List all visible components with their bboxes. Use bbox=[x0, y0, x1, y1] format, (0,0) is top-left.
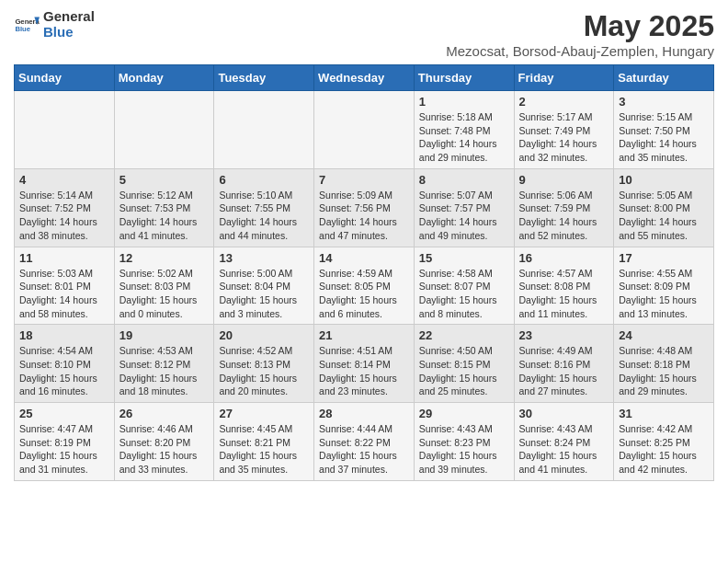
calendar-cell: 6Sunrise: 5:10 AMSunset: 7:55 PMDaylight… bbox=[214, 168, 314, 247]
calendar-subtitle: Mezocsat, Borsod-Abauj-Zemplen, Hungary bbox=[446, 43, 714, 59]
day-info: Sunrise: 4:53 AMSunset: 8:12 PMDaylight:… bbox=[119, 344, 210, 398]
day-number: 6 bbox=[219, 173, 309, 187]
day-info: Sunrise: 4:49 AMSunset: 8:16 PMDaylight:… bbox=[519, 344, 609, 398]
calendar-cell: 3Sunrise: 5:15 AMSunset: 7:50 PMDaylight… bbox=[614, 91, 714, 169]
day-number: 28 bbox=[319, 407, 409, 420]
calendar-cell: 16Sunrise: 4:57 AMSunset: 8:08 PMDayligh… bbox=[514, 247, 614, 325]
logo: General Blue General Blue bbox=[14, 9, 95, 40]
day-number: 20 bbox=[219, 328, 309, 342]
day-number: 10 bbox=[619, 173, 709, 187]
day-info: Sunrise: 4:57 AMSunset: 8:08 PMDaylight:… bbox=[519, 267, 609, 321]
day-info: Sunrise: 4:48 AMSunset: 8:18 PMDaylight:… bbox=[619, 344, 709, 398]
calendar-cell: 23Sunrise: 4:49 AMSunset: 8:16 PMDayligh… bbox=[514, 325, 614, 403]
weekday-header-tuesday: Tuesday bbox=[214, 65, 314, 91]
calendar-table: SundayMondayTuesdayWednesdayThursdayFrid… bbox=[14, 64, 714, 481]
calendar-cell: 15Sunrise: 4:58 AMSunset: 8:07 PMDayligh… bbox=[414, 247, 514, 325]
calendar-cell: 28Sunrise: 4:44 AMSunset: 8:22 PMDayligh… bbox=[314, 403, 415, 481]
calendar-week-row: 25Sunrise: 4:47 AMSunset: 8:19 PMDayligh… bbox=[15, 403, 714, 481]
weekday-header-thursday: Thursday bbox=[414, 65, 514, 91]
calendar-cell: 24Sunrise: 4:48 AMSunset: 8:18 PMDayligh… bbox=[614, 325, 714, 403]
day-number: 25 bbox=[19, 407, 109, 420]
calendar-cell: 9Sunrise: 5:06 AMSunset: 7:59 PMDaylight… bbox=[514, 168, 614, 247]
day-number: 21 bbox=[319, 328, 409, 342]
day-number: 1 bbox=[419, 95, 509, 109]
weekday-header-sunday: Sunday bbox=[15, 65, 115, 91]
day-number: 18 bbox=[19, 328, 109, 342]
day-info: Sunrise: 5:15 AMSunset: 7:50 PMDaylight:… bbox=[619, 110, 709, 165]
day-number: 29 bbox=[419, 407, 509, 420]
day-info: Sunrise: 4:52 AMSunset: 8:13 PMDaylight:… bbox=[219, 344, 309, 398]
logo-general-text: General bbox=[43, 9, 95, 25]
calendar-cell: 18Sunrise: 4:54 AMSunset: 8:10 PMDayligh… bbox=[15, 325, 115, 403]
calendar-cell: 8Sunrise: 5:07 AMSunset: 7:57 PMDaylight… bbox=[414, 168, 514, 247]
day-info: Sunrise: 4:55 AMSunset: 8:09 PMDaylight:… bbox=[619, 267, 709, 321]
day-info: Sunrise: 5:05 AMSunset: 8:00 PMDaylight:… bbox=[619, 189, 709, 243]
day-info: Sunrise: 4:43 AMSunset: 8:23 PMDaylight:… bbox=[419, 422, 509, 477]
day-info: Sunrise: 4:54 AMSunset: 8:10 PMDaylight:… bbox=[19, 344, 109, 398]
day-info: Sunrise: 4:46 AMSunset: 8:20 PMDaylight:… bbox=[119, 422, 210, 477]
day-info: Sunrise: 5:18 AMSunset: 7:48 PMDaylight:… bbox=[419, 110, 509, 165]
calendar-cell: 12Sunrise: 5:02 AMSunset: 8:03 PMDayligh… bbox=[114, 247, 214, 325]
day-number: 9 bbox=[519, 173, 609, 187]
weekday-header-saturday: Saturday bbox=[614, 65, 714, 91]
calendar-cell: 11Sunrise: 5:03 AMSunset: 8:01 PMDayligh… bbox=[15, 247, 115, 325]
logo-icon: General Blue bbox=[14, 12, 40, 38]
calendar-cell: 20Sunrise: 4:52 AMSunset: 8:13 PMDayligh… bbox=[214, 325, 314, 403]
logo-blue-text: Blue bbox=[43, 25, 95, 40]
calendar-cell: 10Sunrise: 5:05 AMSunset: 8:00 PMDayligh… bbox=[614, 168, 714, 247]
day-number: 15 bbox=[419, 251, 509, 265]
day-number: 19 bbox=[119, 328, 210, 342]
calendar-cell bbox=[15, 91, 115, 169]
day-info: Sunrise: 5:02 AMSunset: 8:03 PMDaylight:… bbox=[119, 267, 210, 321]
calendar-cell: 4Sunrise: 5:14 AMSunset: 7:52 PMDaylight… bbox=[15, 168, 115, 247]
calendar-cell bbox=[114, 91, 214, 169]
weekday-header-monday: Monday bbox=[114, 65, 214, 91]
day-number: 3 bbox=[619, 95, 709, 109]
day-info: Sunrise: 5:12 AMSunset: 7:53 PMDaylight:… bbox=[119, 189, 210, 243]
calendar-cell: 17Sunrise: 4:55 AMSunset: 8:09 PMDayligh… bbox=[614, 247, 714, 325]
calendar-cell: 25Sunrise: 4:47 AMSunset: 8:19 PMDayligh… bbox=[15, 403, 115, 481]
day-info: Sunrise: 5:10 AMSunset: 7:55 PMDaylight:… bbox=[219, 189, 309, 243]
calendar-cell bbox=[314, 91, 415, 169]
calendar-cell: 2Sunrise: 5:17 AMSunset: 7:49 PMDaylight… bbox=[514, 91, 614, 169]
day-info: Sunrise: 4:45 AMSunset: 8:21 PMDaylight:… bbox=[219, 422, 309, 477]
day-number: 4 bbox=[19, 173, 109, 187]
calendar-cell: 27Sunrise: 4:45 AMSunset: 8:21 PMDayligh… bbox=[214, 403, 314, 481]
day-number: 8 bbox=[419, 173, 509, 187]
calendar-body: 1Sunrise: 5:18 AMSunset: 7:48 PMDaylight… bbox=[15, 91, 714, 481]
calendar-cell: 13Sunrise: 5:00 AMSunset: 8:04 PMDayligh… bbox=[214, 247, 314, 325]
day-info: Sunrise: 4:47 AMSunset: 8:19 PMDaylight:… bbox=[19, 422, 109, 477]
day-info: Sunrise: 4:59 AMSunset: 8:05 PMDaylight:… bbox=[319, 267, 409, 321]
weekday-header-friday: Friday bbox=[514, 65, 614, 91]
day-info: Sunrise: 4:42 AMSunset: 8:25 PMDaylight:… bbox=[619, 422, 709, 477]
svg-text:Blue: Blue bbox=[15, 25, 30, 33]
calendar-cell: 26Sunrise: 4:46 AMSunset: 8:20 PMDayligh… bbox=[114, 403, 214, 481]
day-number: 23 bbox=[519, 328, 609, 342]
day-number: 12 bbox=[119, 251, 210, 265]
day-number: 11 bbox=[19, 251, 109, 265]
calendar-cell bbox=[214, 91, 314, 169]
day-info: Sunrise: 5:17 AMSunset: 7:49 PMDaylight:… bbox=[519, 110, 609, 165]
day-info: Sunrise: 4:43 AMSunset: 8:24 PMDaylight:… bbox=[519, 422, 609, 477]
day-info: Sunrise: 4:50 AMSunset: 8:15 PMDaylight:… bbox=[419, 344, 509, 398]
calendar-cell: 19Sunrise: 4:53 AMSunset: 8:12 PMDayligh… bbox=[114, 325, 214, 403]
calendar-week-row: 1Sunrise: 5:18 AMSunset: 7:48 PMDaylight… bbox=[15, 91, 714, 169]
day-number: 16 bbox=[519, 251, 609, 265]
day-info: Sunrise: 4:58 AMSunset: 8:07 PMDaylight:… bbox=[419, 267, 509, 321]
day-number: 26 bbox=[119, 407, 210, 420]
day-number: 14 bbox=[319, 251, 409, 265]
day-info: Sunrise: 5:09 AMSunset: 7:56 PMDaylight:… bbox=[319, 189, 409, 243]
day-info: Sunrise: 4:51 AMSunset: 8:14 PMDaylight:… bbox=[319, 344, 409, 398]
calendar-week-row: 4Sunrise: 5:14 AMSunset: 7:52 PMDaylight… bbox=[15, 168, 714, 247]
title-section: May 2025 Mezocsat, Borsod-Abauj-Zemplen,… bbox=[446, 9, 714, 59]
calendar-cell: 30Sunrise: 4:43 AMSunset: 8:24 PMDayligh… bbox=[514, 403, 614, 481]
day-info: Sunrise: 5:14 AMSunset: 7:52 PMDaylight:… bbox=[19, 189, 109, 243]
day-number: 31 bbox=[619, 407, 709, 420]
day-number: 27 bbox=[219, 407, 309, 420]
weekday-header-wednesday: Wednesday bbox=[314, 65, 415, 91]
day-number: 2 bbox=[519, 95, 609, 109]
day-number: 17 bbox=[619, 251, 709, 265]
day-number: 13 bbox=[219, 251, 309, 265]
calendar-cell: 1Sunrise: 5:18 AMSunset: 7:48 PMDaylight… bbox=[414, 91, 514, 169]
calendar-cell: 5Sunrise: 5:12 AMSunset: 7:53 PMDaylight… bbox=[114, 168, 214, 247]
